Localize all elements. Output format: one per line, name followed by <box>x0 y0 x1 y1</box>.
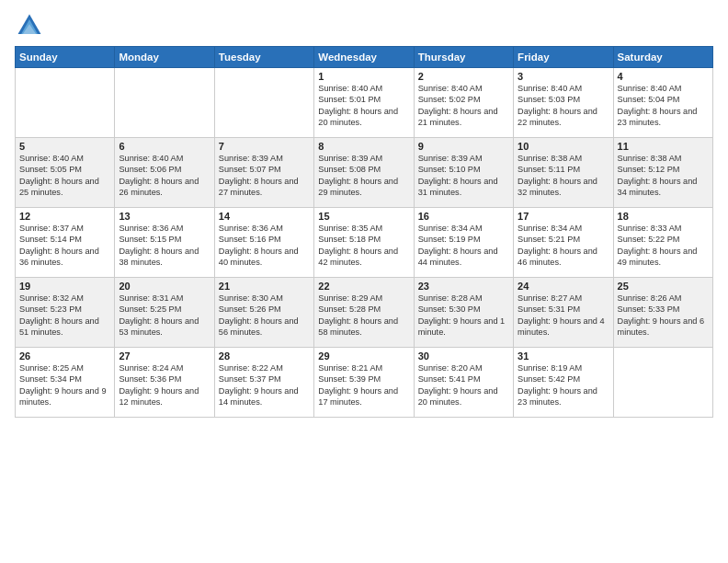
day-number: 12 <box>19 211 110 222</box>
day-number: 27 <box>119 350 210 362</box>
day-info: Sunrise: 8:29 AM Sunset: 5:28 PM Dayligh… <box>318 293 409 339</box>
day-info: Sunrise: 8:20 AM Sunset: 5:41 PM Dayligh… <box>418 362 509 408</box>
day-info: Sunrise: 8:40 AM Sunset: 5:03 PM Dayligh… <box>518 83 609 129</box>
day-info: Sunrise: 8:40 AM Sunset: 5:06 PM Dayligh… <box>119 153 210 199</box>
calendar-header-monday: Monday <box>115 47 214 68</box>
day-info: Sunrise: 8:24 AM Sunset: 5:36 PM Dayligh… <box>119 362 210 408</box>
calendar-week-row: 12Sunrise: 8:37 AM Sunset: 5:14 PM Dayli… <box>16 208 713 278</box>
day-info: Sunrise: 8:19 AM Sunset: 5:42 PM Dayligh… <box>518 362 609 408</box>
day-number: 1 <box>318 71 409 82</box>
calendar-cell: 13Sunrise: 8:36 AM Sunset: 5:15 PM Dayli… <box>115 208 214 278</box>
day-info: Sunrise: 8:40 AM Sunset: 5:05 PM Dayligh… <box>19 153 110 199</box>
day-number: 16 <box>418 211 509 222</box>
day-number: 17 <box>518 211 609 222</box>
calendar-cell: 26Sunrise: 8:25 AM Sunset: 5:34 PM Dayli… <box>16 348 115 418</box>
calendar-table: SundayMondayTuesdayWednesdayThursdayFrid… <box>15 46 713 418</box>
calendar-cell <box>16 68 115 138</box>
day-info: Sunrise: 8:31 AM Sunset: 5:25 PM Dayligh… <box>119 293 210 339</box>
day-number: 5 <box>19 141 110 152</box>
calendar-cell: 17Sunrise: 8:34 AM Sunset: 5:21 PM Dayli… <box>514 208 613 278</box>
calendar-cell: 28Sunrise: 8:22 AM Sunset: 5:37 PM Dayli… <box>214 348 313 418</box>
calendar-cell: 23Sunrise: 8:28 AM Sunset: 5:30 PM Dayli… <box>414 278 513 348</box>
day-number: 18 <box>618 211 709 222</box>
day-number: 14 <box>219 211 310 222</box>
calendar-cell: 22Sunrise: 8:29 AM Sunset: 5:28 PM Dayli… <box>314 278 414 348</box>
calendar-cell: 18Sunrise: 8:33 AM Sunset: 5:22 PM Dayli… <box>613 208 712 278</box>
logo-icon <box>15 11 44 40</box>
calendar-cell: 31Sunrise: 8:19 AM Sunset: 5:42 PM Dayli… <box>514 348 613 418</box>
calendar-week-row: 19Sunrise: 8:32 AM Sunset: 5:23 PM Dayli… <box>16 278 713 348</box>
calendar-cell: 24Sunrise: 8:27 AM Sunset: 5:31 PM Dayli… <box>514 278 613 348</box>
calendar-cell: 9Sunrise: 8:39 AM Sunset: 5:10 PM Daylig… <box>414 138 513 208</box>
day-info: Sunrise: 8:40 AM Sunset: 5:01 PM Dayligh… <box>318 83 409 129</box>
calendar-header-wednesday: Wednesday <box>314 47 414 68</box>
logo <box>15 11 48 40</box>
day-number: 23 <box>418 281 509 292</box>
calendar-cell: 27Sunrise: 8:24 AM Sunset: 5:36 PM Dayli… <box>115 348 214 418</box>
calendar-header-saturday: Saturday <box>613 47 712 68</box>
calendar-cell: 21Sunrise: 8:30 AM Sunset: 5:26 PM Dayli… <box>214 278 313 348</box>
day-info: Sunrise: 8:26 AM Sunset: 5:33 PM Dayligh… <box>618 293 709 339</box>
day-number: 24 <box>518 281 609 292</box>
calendar-cell: 5Sunrise: 8:40 AM Sunset: 5:05 PM Daylig… <box>16 138 115 208</box>
day-info: Sunrise: 8:28 AM Sunset: 5:30 PM Dayligh… <box>418 293 509 339</box>
calendar-cell <box>613 348 712 418</box>
calendar-cell: 2Sunrise: 8:40 AM Sunset: 5:02 PM Daylig… <box>414 68 513 138</box>
calendar-week-row: 26Sunrise: 8:25 AM Sunset: 5:34 PM Dayli… <box>16 348 713 418</box>
day-number: 4 <box>618 71 709 82</box>
day-info: Sunrise: 8:22 AM Sunset: 5:37 PM Dayligh… <box>219 362 310 408</box>
day-number: 21 <box>219 281 310 292</box>
day-number: 22 <box>318 281 409 292</box>
calendar-cell <box>214 68 313 138</box>
day-number: 6 <box>119 141 210 152</box>
day-number: 15 <box>318 211 409 222</box>
day-info: Sunrise: 8:36 AM Sunset: 5:15 PM Dayligh… <box>119 223 210 269</box>
calendar-cell: 1Sunrise: 8:40 AM Sunset: 5:01 PM Daylig… <box>314 68 414 138</box>
day-info: Sunrise: 8:27 AM Sunset: 5:31 PM Dayligh… <box>518 293 609 339</box>
day-info: Sunrise: 8:39 AM Sunset: 5:10 PM Dayligh… <box>418 153 509 199</box>
day-info: Sunrise: 8:40 AM Sunset: 5:02 PM Dayligh… <box>418 83 509 129</box>
day-info: Sunrise: 8:21 AM Sunset: 5:39 PM Dayligh… <box>318 362 409 408</box>
calendar-cell: 15Sunrise: 8:35 AM Sunset: 5:18 PM Dayli… <box>314 208 414 278</box>
calendar-header-row: SundayMondayTuesdayWednesdayThursdayFrid… <box>16 47 713 68</box>
day-info: Sunrise: 8:39 AM Sunset: 5:07 PM Dayligh… <box>219 153 310 199</box>
day-number: 30 <box>418 350 509 362</box>
calendar-cell: 7Sunrise: 8:39 AM Sunset: 5:07 PM Daylig… <box>214 138 313 208</box>
day-info: Sunrise: 8:37 AM Sunset: 5:14 PM Dayligh… <box>19 223 110 269</box>
day-number: 10 <box>518 141 609 152</box>
day-info: Sunrise: 8:32 AM Sunset: 5:23 PM Dayligh… <box>19 293 110 339</box>
day-info: Sunrise: 8:38 AM Sunset: 5:12 PM Dayligh… <box>618 153 709 199</box>
day-info: Sunrise: 8:38 AM Sunset: 5:11 PM Dayligh… <box>518 153 609 199</box>
day-info: Sunrise: 8:34 AM Sunset: 5:21 PM Dayligh… <box>518 223 609 269</box>
day-number: 25 <box>618 281 709 292</box>
day-info: Sunrise: 8:33 AM Sunset: 5:22 PM Dayligh… <box>618 223 709 269</box>
calendar-cell: 3Sunrise: 8:40 AM Sunset: 5:03 PM Daylig… <box>514 68 613 138</box>
calendar-cell: 30Sunrise: 8:20 AM Sunset: 5:41 PM Dayli… <box>414 348 513 418</box>
calendar-cell: 25Sunrise: 8:26 AM Sunset: 5:33 PM Dayli… <box>613 278 712 348</box>
day-number: 28 <box>219 350 310 362</box>
day-number: 19 <box>19 281 110 292</box>
day-number: 20 <box>119 281 210 292</box>
calendar-cell: 8Sunrise: 8:39 AM Sunset: 5:08 PM Daylig… <box>314 138 414 208</box>
calendar-header-thursday: Thursday <box>414 47 513 68</box>
day-info: Sunrise: 8:30 AM Sunset: 5:26 PM Dayligh… <box>219 293 310 339</box>
calendar-header-tuesday: Tuesday <box>214 47 313 68</box>
day-info: Sunrise: 8:25 AM Sunset: 5:34 PM Dayligh… <box>19 362 110 408</box>
calendar-cell: 10Sunrise: 8:38 AM Sunset: 5:11 PM Dayli… <box>514 138 613 208</box>
calendar-cell: 4Sunrise: 8:40 AM Sunset: 5:04 PM Daylig… <box>613 68 712 138</box>
day-number: 29 <box>318 350 409 362</box>
calendar-cell: 11Sunrise: 8:38 AM Sunset: 5:12 PM Dayli… <box>613 138 712 208</box>
day-info: Sunrise: 8:36 AM Sunset: 5:16 PM Dayligh… <box>219 223 310 269</box>
calendar-cell <box>115 68 214 138</box>
day-number: 31 <box>518 350 609 362</box>
day-number: 11 <box>618 141 709 152</box>
day-number: 3 <box>518 71 609 82</box>
day-number: 8 <box>318 141 409 152</box>
calendar-cell: 29Sunrise: 8:21 AM Sunset: 5:39 PM Dayli… <box>314 348 414 418</box>
day-info: Sunrise: 8:39 AM Sunset: 5:08 PM Dayligh… <box>318 153 409 199</box>
day-number: 2 <box>418 71 509 82</box>
day-info: Sunrise: 8:40 AM Sunset: 5:04 PM Dayligh… <box>618 83 709 129</box>
calendar-cell: 12Sunrise: 8:37 AM Sunset: 5:14 PM Dayli… <box>16 208 115 278</box>
calendar-header-sunday: Sunday <box>16 47 115 68</box>
day-info: Sunrise: 8:34 AM Sunset: 5:19 PM Dayligh… <box>418 223 509 269</box>
